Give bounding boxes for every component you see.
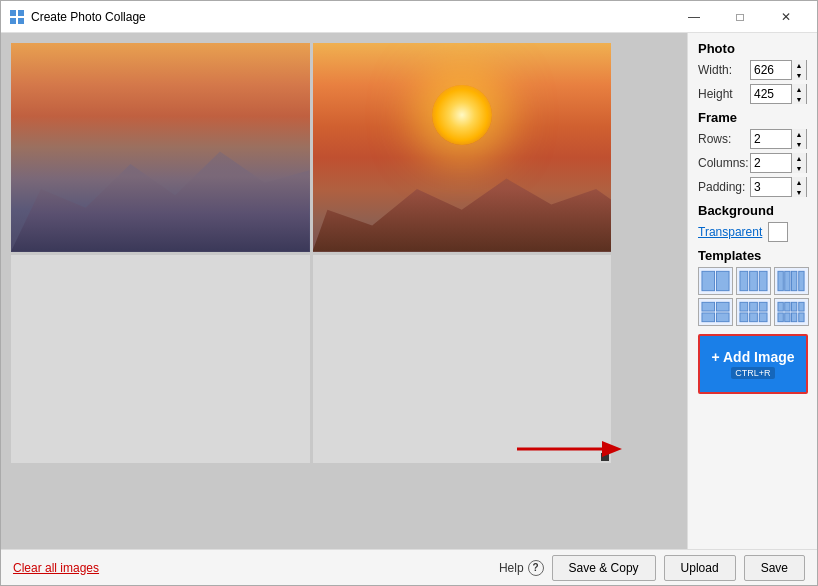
svg-rect-27 (792, 302, 797, 311)
photo-section: Photo Width: ▲ ▼ Height (698, 41, 807, 104)
bottom-bar: Clear all images Help ? Save & Copy Uplo… (1, 549, 817, 585)
svg-rect-30 (785, 313, 790, 322)
help-button[interactable]: Help ? (499, 560, 544, 576)
window-title: Create Photo Collage (31, 10, 671, 24)
template-btn-6[interactable] (774, 298, 809, 326)
svg-rect-17 (702, 313, 715, 322)
width-input-group: ▲ ▼ (750, 60, 807, 80)
columns-input-group: ▲ ▼ (750, 153, 807, 173)
columns-increment[interactable]: ▲ (792, 153, 806, 163)
svg-rect-12 (785, 271, 790, 290)
templates-grid (698, 267, 807, 326)
background-section-title: Background (698, 203, 807, 218)
svg-rect-0 (10, 10, 16, 16)
padding-increment[interactable]: ▲ (792, 177, 806, 187)
upload-button[interactable]: Upload (664, 555, 736, 581)
svg-rect-31 (792, 313, 797, 322)
arrow-indicator (507, 429, 627, 469)
padding-decrement[interactable]: ▼ (792, 187, 806, 197)
columns-row: Columns: ▲ ▼ (698, 153, 807, 173)
svg-rect-32 (799, 313, 804, 322)
columns-decrement[interactable]: ▼ (792, 163, 806, 173)
columns-label: Columns: (698, 156, 750, 170)
height-input-group: ▲ ▼ (750, 84, 807, 104)
width-row: Width: ▲ ▼ (698, 60, 807, 80)
padding-input-group: ▲ ▼ (750, 177, 807, 197)
svg-rect-1 (18, 10, 24, 16)
save-copy-button[interactable]: Save & Copy (552, 555, 656, 581)
collage-grid (11, 43, 611, 463)
width-increment[interactable]: ▲ (792, 60, 806, 70)
color-swatch[interactable] (768, 222, 788, 242)
height-row: Height ▲ ▼ (698, 84, 807, 104)
padding-input[interactable] (751, 178, 791, 196)
add-image-button[interactable]: + Add Image CTRL+R (698, 334, 808, 394)
svg-rect-15 (702, 302, 715, 311)
svg-rect-21 (759, 302, 767, 311)
width-decrement[interactable]: ▼ (792, 70, 806, 80)
transparent-link[interactable]: Transparent (698, 225, 762, 239)
collage-cell-1[interactable] (11, 43, 310, 252)
template-btn-1[interactable] (698, 267, 733, 295)
padding-spinners: ▲ ▼ (791, 177, 806, 197)
width-spinners: ▲ ▼ (791, 60, 806, 80)
minimize-button[interactable]: — (671, 1, 717, 33)
template-btn-5[interactable] (736, 298, 771, 326)
template-btn-4[interactable] (698, 298, 733, 326)
padding-label: Padding: (698, 180, 750, 194)
svg-rect-20 (750, 302, 758, 311)
help-icon: ? (528, 560, 544, 576)
main-content: Photo Width: ▲ ▼ Height (1, 33, 817, 549)
svg-rect-23 (750, 313, 758, 322)
svg-marker-5 (602, 441, 622, 457)
height-increment[interactable]: ▲ (792, 84, 806, 94)
rows-input-group: ▲ ▼ (750, 129, 807, 149)
right-panel: Photo Width: ▲ ▼ Height (687, 33, 817, 549)
add-image-shortcut: CTRL+R (731, 367, 774, 379)
template-btn-2[interactable] (736, 267, 771, 295)
width-input[interactable] (751, 61, 791, 79)
width-label: Width: (698, 63, 750, 77)
height-spinners: ▲ ▼ (791, 84, 806, 104)
collage-cell-2[interactable] (313, 43, 612, 252)
svg-rect-19 (740, 302, 748, 311)
height-input[interactable] (751, 85, 791, 103)
svg-rect-26 (785, 302, 790, 311)
rows-increment[interactable]: ▲ (792, 129, 806, 139)
svg-rect-24 (759, 313, 767, 322)
svg-rect-25 (778, 302, 783, 311)
background-row: Transparent (698, 222, 807, 242)
svg-rect-2 (10, 18, 16, 24)
app-icon (9, 9, 25, 25)
columns-input[interactable] (751, 154, 791, 172)
add-image-label: + Add Image (711, 349, 794, 365)
height-label: Height (698, 87, 750, 101)
rows-decrement[interactable]: ▼ (792, 139, 806, 149)
height-decrement[interactable]: ▼ (792, 94, 806, 104)
image-mountains-right (313, 43, 612, 252)
template-btn-3[interactable] (774, 267, 809, 295)
templates-section: Templates (698, 248, 807, 326)
svg-rect-6 (702, 271, 715, 290)
rows-row: Rows: ▲ ▼ (698, 129, 807, 149)
photo-section-title: Photo (698, 41, 807, 56)
columns-spinners: ▲ ▼ (791, 153, 806, 173)
main-window: Create Photo Collage — □ ✕ (0, 0, 818, 586)
clear-images-link[interactable]: Clear all images (13, 561, 99, 575)
frame-section: Frame Rows: ▲ ▼ Columns: (698, 110, 807, 197)
padding-row: Padding: ▲ ▼ (698, 177, 807, 197)
templates-section-title: Templates (698, 248, 807, 263)
svg-rect-13 (792, 271, 797, 290)
maximize-button[interactable]: □ (717, 1, 763, 33)
svg-rect-28 (799, 302, 804, 311)
svg-rect-29 (778, 313, 783, 322)
rows-input[interactable] (751, 130, 791, 148)
close-button[interactable]: ✕ (763, 1, 809, 33)
svg-rect-16 (716, 302, 729, 311)
svg-rect-22 (740, 313, 748, 322)
collage-cell-3[interactable] (11, 255, 310, 464)
svg-rect-11 (778, 271, 783, 290)
svg-rect-3 (18, 18, 24, 24)
save-button[interactable]: Save (744, 555, 805, 581)
image-mountains-left (11, 43, 310, 252)
